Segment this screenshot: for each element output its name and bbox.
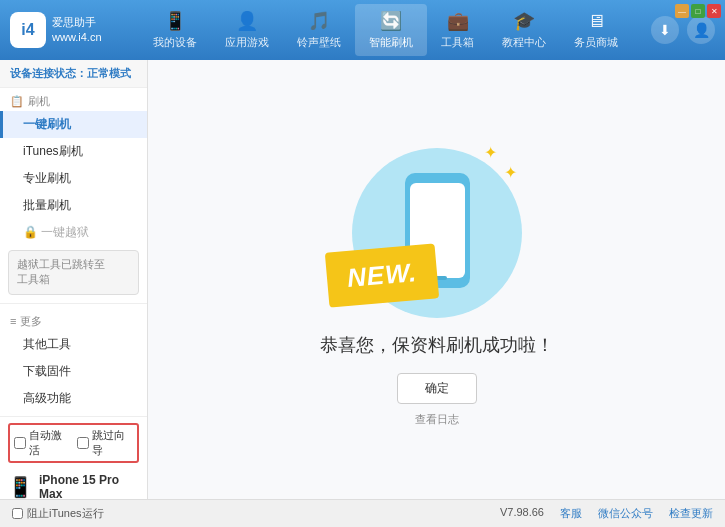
close-button[interactable]: ✕ [707, 4, 721, 18]
tab-service-label: 务员商城 [574, 35, 618, 50]
sidebar-item-one-key-flash[interactable]: 一键刷机 [0, 111, 147, 138]
feedback-link[interactable]: 客服 [560, 506, 582, 521]
success-graphic: NEW. ✦ ✦ [337, 133, 537, 333]
nav-tabs: 📱 我的设备 👤 应用游戏 🎵 铃声壁纸 🔄 智能刷机 💼 工具箱 🎓 教程中心… [120, 4, 651, 56]
tab-ringtone-label: 铃声壁纸 [297, 35, 341, 50]
ringtone-icon: 🎵 [308, 10, 330, 32]
tab-my-device[interactable]: 📱 我的设备 [139, 4, 211, 56]
tab-apps-games[interactable]: 👤 应用游戏 [211, 4, 283, 56]
sidebar-item-batch-flash[interactable]: 批量刷机 [0, 192, 147, 219]
flash-section-icon: 📋 [10, 95, 24, 108]
tab-toolbox[interactable]: 💼 工具箱 [427, 4, 488, 56]
sidebar-item-other-tools[interactable]: 其他工具 [0, 331, 147, 358]
more-section: ≡ 更多 其他工具 下载固件 高级功能 [0, 303, 147, 416]
tab-service[interactable]: 🖥 务员商城 [560, 4, 632, 56]
status-label: 设备连接状态： [10, 67, 87, 79]
service-icon: 🖥 [587, 11, 605, 32]
logo-icon: i4 [10, 12, 46, 48]
itunes-stop-checkbox[interactable] [12, 508, 23, 519]
itunes-stop-option[interactable]: 阻止iTunes运行 [12, 506, 104, 521]
user-button[interactable]: 👤 [687, 16, 715, 44]
sidebar: 设备连接状态：正常模式 📋 刷机 一键刷机 iTunes刷机 专业刷机 批量刷机… [0, 60, 148, 499]
status-bar: 阻止iTunes运行 V7.98.66 客服 微信公众号 检查更新 [0, 499, 725, 527]
auto-options-group: 自动激活 跳过向导 [8, 423, 139, 463]
more-section-header: ≡ 更多 [0, 308, 147, 331]
device-details: iPhone 15 Pro Max 512GB iPhone [39, 473, 139, 499]
status-value: 正常模式 [87, 67, 131, 79]
my-device-icon: 📱 [164, 10, 186, 32]
tab-tutorial-label: 教程中心 [502, 35, 546, 50]
sidebar-item-jailbreak: 🔒 一键越狱 [0, 219, 147, 246]
device-info-item: 📱 iPhone 15 Pro Max 512GB iPhone [8, 469, 139, 499]
header-right: ⬇ 👤 [651, 16, 715, 44]
flash-section-label: 刷机 [28, 94, 50, 109]
sidebar-item-download-firmware[interactable]: 下载固件 [0, 358, 147, 385]
tab-my-device-label: 我的设备 [153, 35, 197, 50]
app-header: i4 爱思助手 www.i4.cn 📱 我的设备 👤 应用游戏 🎵 铃声壁纸 🔄… [0, 0, 725, 60]
app-logo: i4 爱思助手 www.i4.cn [10, 12, 120, 48]
device-phone-icon: 📱 [8, 475, 33, 499]
lock-icon: 🔒 [23, 225, 38, 239]
tab-tutorial[interactable]: 🎓 教程中心 [488, 4, 560, 56]
itunes-stop-label: 阻止iTunes运行 [27, 506, 104, 521]
maximize-button[interactable]: □ [691, 4, 705, 18]
new-badge-text: NEW. [345, 257, 417, 294]
more-icon: ≡ [10, 315, 16, 327]
main-content: NEW. ✦ ✦ 恭喜您，保资料刷机成功啦！ 确定 查看日志 [148, 60, 725, 499]
auto-activate-input[interactable] [14, 437, 26, 449]
sidebar-bottom: 自动激活 跳过向导 📱 iPhone 15 Pro Max 512GB iPho… [0, 416, 147, 499]
sidebar-item-advanced[interactable]: 高级功能 [0, 385, 147, 412]
check-update-link[interactable]: 检查更新 [669, 506, 713, 521]
sidebar-item-itunes-flash[interactable]: iTunes刷机 [0, 138, 147, 165]
auto-activate-label: 自动激活 [29, 428, 71, 458]
minimize-button[interactable]: — [675, 4, 689, 18]
tutorial-icon: 🎓 [513, 10, 535, 32]
new-banner: NEW. [324, 243, 438, 307]
wechat-link[interactable]: 微信公众号 [598, 506, 653, 521]
tab-toolbox-label: 工具箱 [441, 35, 474, 50]
apps-games-icon: 👤 [236, 10, 258, 32]
main-layout: 设备连接状态：正常模式 📋 刷机 一键刷机 iTunes刷机 专业刷机 批量刷机… [0, 60, 725, 499]
version-text: V7.98.66 [500, 506, 544, 521]
success-message: 恭喜您，保资料刷机成功啦！ [320, 333, 554, 357]
flash-section-header: 📋 刷机 [0, 88, 147, 111]
confirm-button[interactable]: 确定 [397, 373, 477, 404]
auto-guide-input[interactable] [77, 437, 89, 449]
star1-icon: ✦ [504, 163, 517, 182]
tab-smart-flash-label: 智能刷机 [369, 35, 413, 50]
auto-guide-checkbox[interactable]: 跳过向导 [77, 428, 134, 458]
tab-apps-games-label: 应用游戏 [225, 35, 269, 50]
device-name: iPhone 15 Pro Max [39, 473, 139, 499]
tab-ringtone[interactable]: 🎵 铃声壁纸 [283, 4, 355, 56]
auto-activate-checkbox[interactable]: 自动激活 [14, 428, 71, 458]
statusbar-right: V7.98.66 客服 微信公众号 检查更新 [500, 506, 713, 521]
more-section-label: 更多 [20, 314, 42, 329]
sidebar-item-pro-flash[interactable]: 专业刷机 [0, 165, 147, 192]
jailbreak-redirect-notice: 越狱工具已跳转至 工具箱 [8, 250, 139, 295]
download-button[interactable]: ⬇ [651, 16, 679, 44]
auto-guide-label: 跳过向导 [92, 428, 134, 458]
connection-status: 设备连接状态：正常模式 [0, 60, 147, 88]
toolbox-icon: 💼 [447, 10, 469, 32]
star2-icon: ✦ [484, 143, 497, 162]
logo-text: 爱思助手 www.i4.cn [52, 15, 102, 46]
tab-smart-flash[interactable]: 🔄 智能刷机 [355, 4, 427, 56]
smart-flash-icon: 🔄 [380, 10, 402, 32]
view-log-link[interactable]: 查看日志 [415, 412, 459, 427]
